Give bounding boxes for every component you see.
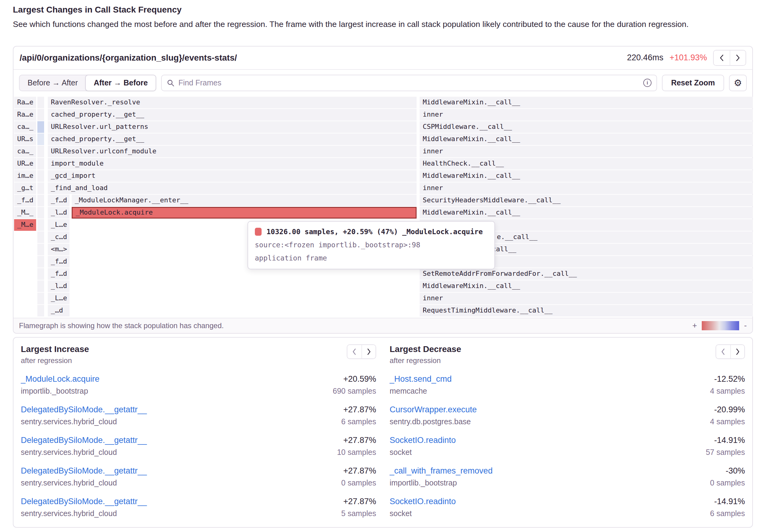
flame-frame[interactable]: _L…e <box>48 293 70 304</box>
flame-frame[interactable]: SecurityHeadersMiddleware.__call__ <box>420 195 753 206</box>
increase-next-button[interactable] <box>361 345 375 358</box>
flame-frame[interactable]: _gcd_import <box>48 170 417 182</box>
flamegraph-toolbar: Before → After After → Before i Reset Zo… <box>13 70 752 96</box>
prev-endpoint-button[interactable] <box>714 51 730 65</box>
flame-frame[interactable]: _M…_ <box>14 207 36 219</box>
flamegraph: Ra…eRavenResolver._resolveMiddlewareMixi… <box>14 97 752 318</box>
flame-frame[interactable]: _l…d <box>48 207 70 219</box>
function-samples: 0 samples <box>341 478 376 487</box>
flame-frame[interactable]: RequestTimingMiddleware.__call__ <box>420 305 753 317</box>
decrease-prev-button[interactable] <box>716 345 730 358</box>
flame-frame[interactable]: Ra…e <box>14 97 36 108</box>
flame-strip <box>37 219 44 231</box>
decrease-next-button[interactable] <box>730 345 744 358</box>
flame-strip <box>37 182 44 194</box>
function-samples: 4 samples <box>710 387 745 395</box>
function-samples: 4 samples <box>710 417 745 426</box>
increase-pager <box>347 344 376 359</box>
settings-button[interactable]: ⚙ <box>729 75 747 91</box>
toggle-after-before[interactable]: After → Before <box>85 75 156 91</box>
flame-frame[interactable]: inner <box>420 146 753 157</box>
function-change-pct: +27.87% <box>341 466 376 476</box>
function-change-pct: +27.87% <box>341 497 376 506</box>
flame-frame[interactable]: MiddlewareMixin.__call__ <box>420 207 753 219</box>
flame-frame[interactable]: UR…e <box>14 158 36 170</box>
flame-frame[interactable]: _ModuleLock.acquire <box>72 207 417 219</box>
function-module: sentry.services.hybrid_cloud <box>21 448 147 457</box>
tooltip-summary-text: 10326.00 samples, +20.59% (47%) _ModuleL… <box>266 228 483 236</box>
function-link[interactable]: DelegatedBySiloMode.__getattr__ <box>21 497 147 506</box>
function-link[interactable]: SocketIO.readinto <box>390 436 456 445</box>
function-samples: 5 samples <box>341 509 376 518</box>
flame-frame[interactable]: URLResolver.urlconf_module <box>48 146 417 157</box>
flame-strip <box>37 133 44 145</box>
flame-frame[interactable]: HealthCheck.__call__ <box>420 158 753 170</box>
flame-frame[interactable]: _g…t <box>14 182 36 194</box>
largest-decrease-header: Largest Decrease after regression <box>390 344 745 365</box>
function-link[interactable]: _ModuleLock.acquire <box>21 374 100 384</box>
decrease-list: _Host.send_cmd memcache -12.52% 4 sample… <box>390 374 745 518</box>
legend-gradient-icon <box>702 321 739 330</box>
flame-frame[interactable]: RavenResolver._resolve <box>48 97 417 108</box>
flame-frame[interactable]: _M…e <box>14 219 36 231</box>
function-link[interactable]: DelegatedBySiloMode.__getattr__ <box>21 436 147 445</box>
reset-zoom-button[interactable]: Reset Zoom <box>662 75 724 91</box>
flame-frame[interactable]: <m…> <box>48 244 70 255</box>
function-link[interactable]: _call_with_frames_removed <box>390 466 493 475</box>
search-input[interactable] <box>178 78 640 87</box>
increase-list: _ModuleLock.acquire importlib._bootstrap… <box>21 374 376 518</box>
chevron-right-icon <box>735 348 740 355</box>
function-link[interactable]: DelegatedBySiloMode.__getattr__ <box>21 405 147 414</box>
flame-frame[interactable]: _f…d <box>14 195 36 206</box>
flame-frame[interactable]: MiddlewareMixin.__call__ <box>420 97 753 108</box>
info-icon[interactable]: i <box>643 79 652 87</box>
function-samples: 6 samples <box>341 417 376 426</box>
flame-frame[interactable]: _L…e <box>48 219 70 231</box>
flame-frame[interactable]: _f…d <box>48 195 70 206</box>
toggle-before-after[interactable]: Before → After <box>19 75 89 91</box>
flame-frame[interactable]: _…d <box>48 305 70 317</box>
flame-frame[interactable]: im…e <box>14 170 36 182</box>
flame-frame[interactable]: ca…_ <box>14 121 36 133</box>
flame-frame[interactable]: ca…_ <box>14 146 36 157</box>
page-description: See which functions changed the most bef… <box>13 18 739 31</box>
flame-frame[interactable]: _ModuleLockManager.__enter__ <box>72 195 417 206</box>
flame-frame[interactable]: MiddlewareMixin.__call__ <box>420 170 753 182</box>
changes-card: Largest Increase after regression <box>13 337 753 528</box>
increase-prev-button[interactable] <box>347 345 361 358</box>
gear-icon: ⚙ <box>734 77 742 88</box>
flame-frame[interactable]: _find_and_load <box>48 182 417 194</box>
flame-frame[interactable]: URLResolver.url_patterns <box>48 121 417 133</box>
function-link[interactable]: DelegatedBySiloMode.__getattr__ <box>21 466 147 475</box>
function-link[interactable]: SocketIO.readinto <box>390 497 456 506</box>
flame-frame[interactable]: inner <box>420 182 753 194</box>
flame-frame[interactable]: SetRemoteAddrFromForwardedFor.__call__ <box>420 268 753 280</box>
duration-change: +101.93% <box>670 53 707 62</box>
flame-frame[interactable]: _c…d <box>48 231 70 243</box>
tooltip-frame-type: application frame <box>255 254 488 262</box>
flame-frame[interactable]: CSPMiddleware.__call__ <box>420 121 753 133</box>
flame-frame[interactable]: cached_property.__get__ <box>48 109 417 121</box>
find-frames-search[interactable]: i <box>161 75 657 91</box>
next-endpoint-button[interactable] <box>730 51 746 65</box>
flame-frame[interactable]: MiddlewareMixin.__call__ <box>420 133 753 145</box>
flame-frame[interactable]: _l…d <box>48 280 70 292</box>
flame-frame[interactable]: import_module <box>48 158 417 170</box>
flamegraph-card: /api/0/organizations/{organization_slug}… <box>13 46 753 334</box>
chevron-left-icon <box>719 54 724 62</box>
page: Largest Changes in Call Stack Frequency … <box>0 0 767 532</box>
flame-frame[interactable]: inner <box>420 109 753 121</box>
increase-title: Largest Increase <box>21 344 89 354</box>
flame-frame[interactable]: Ra…e <box>14 109 36 121</box>
function-module: socket <box>390 448 456 457</box>
flame-frame[interactable]: _f…d <box>48 256 70 268</box>
flame-frame[interactable]: MiddlewareMixin.__call__ <box>420 280 753 292</box>
flame-frame[interactable]: cached_property.__get__ <box>48 133 417 145</box>
function-link[interactable]: _Host.send_cmd <box>390 374 452 384</box>
flame-frame[interactable]: _f…d <box>48 268 70 280</box>
legend-text: Flamegraph is showing how the stack popu… <box>19 321 224 330</box>
flame-frame[interactable]: inner <box>420 293 753 304</box>
duration-value: 220.46ms <box>627 53 664 62</box>
flame-frame[interactable]: UR…s <box>14 133 36 145</box>
function-link[interactable]: CursorWrapper.execute <box>390 405 477 414</box>
